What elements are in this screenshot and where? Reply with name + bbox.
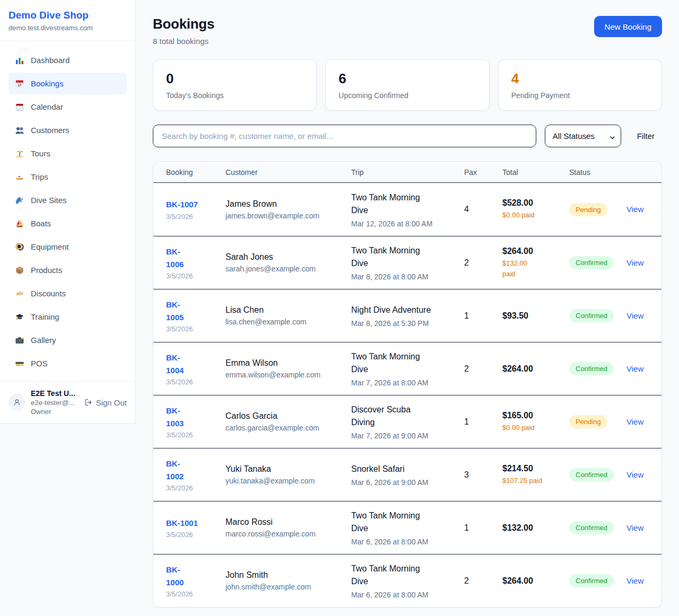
customer-name: Emma Wilson xyxy=(225,358,351,368)
total-amount: $264.00 xyxy=(502,364,569,374)
stat-value: 4 xyxy=(511,71,649,87)
table-row: BK- 10033/5/2026 Carlos Garciacarlos.gar… xyxy=(153,395,661,448)
booking-date: 3/5/2026 xyxy=(166,590,225,598)
stat-card-pending-payment: 4 Pending Payment xyxy=(498,59,662,111)
view-link[interactable]: View xyxy=(626,470,643,479)
sidebar-item-label: Bookings xyxy=(31,79,64,88)
customer-email: yuki.tanaka@example.com xyxy=(225,477,351,485)
sidebar-item-customers[interactable]: Customers xyxy=(8,119,127,141)
pax-count: 4 xyxy=(464,205,502,214)
view-link[interactable]: View xyxy=(626,417,643,426)
booking-date: 3/5/2026 xyxy=(166,325,225,333)
booking-id-link[interactable]: BK-1001 xyxy=(166,517,198,529)
booking-id-link[interactable]: BK- 1004 xyxy=(166,351,184,376)
table-row: BK-10073/5/2026 James Brownjames.brown@e… xyxy=(153,183,661,236)
sidebar-item-label: Discounts xyxy=(31,289,66,298)
pos-icon xyxy=(15,359,24,368)
sidebar-item-pos[interactable]: POS xyxy=(8,353,127,374)
total-amount: $132.00 xyxy=(502,523,569,533)
customer-email: carlos.garcia@example.com xyxy=(225,424,351,432)
new-booking-button[interactable]: New Booking xyxy=(594,16,662,37)
sidebar-item-calendar[interactable]: Calendar xyxy=(8,96,127,118)
view-link[interactable]: View xyxy=(626,205,643,214)
bookings-icon: 17 xyxy=(15,79,24,89)
view-link[interactable]: View xyxy=(626,364,643,373)
view-link[interactable]: View xyxy=(626,523,643,532)
column-header-booking: Booking xyxy=(166,168,225,177)
booking-id-link[interactable]: BK- 1005 xyxy=(166,298,184,323)
stat-label: Pending Payment xyxy=(511,91,649,100)
sidebar-item-tours[interactable]: Tours xyxy=(8,143,127,164)
pax-count: 2 xyxy=(464,364,502,374)
customer-email: james.brown@example.com xyxy=(225,212,351,220)
sidebar-item-trips[interactable]: Trips xyxy=(8,166,127,188)
stat-label: Today's Bookings xyxy=(166,91,303,100)
booking-id-link[interactable]: BK- 1002 xyxy=(166,457,184,482)
sidebar-item-training[interactable]: Training xyxy=(8,306,127,328)
dashboard-icon xyxy=(15,56,24,65)
table-row: BK- 10003/5/2026 John Smithjohn.smith@ex… xyxy=(153,554,661,607)
sidebar-item-equipment[interactable]: Equipment xyxy=(8,236,127,258)
svg-text:17: 17 xyxy=(18,83,22,86)
search-input[interactable] xyxy=(153,125,536,147)
total-amount: $264.00 xyxy=(502,247,569,256)
calendar-icon xyxy=(15,102,24,112)
column-header-pax: Pax xyxy=(464,168,502,177)
booking-id-link[interactable]: BK- 1003 xyxy=(166,404,184,429)
dive-sites-icon xyxy=(15,196,24,205)
view-link[interactable]: View xyxy=(626,258,643,267)
customer-name: Sarah Jones xyxy=(225,252,351,262)
customer-email: john.smith@example.com xyxy=(225,583,351,591)
sidebar-item-gallery[interactable]: Gallery xyxy=(8,329,127,351)
stat-value: 0 xyxy=(166,71,303,87)
table-row: BK- 10023/5/2026 Yuki Tanakayuki.tanaka@… xyxy=(153,448,661,501)
status-badge: Confirmed xyxy=(569,574,614,587)
booking-id-link[interactable]: BK- 1006 xyxy=(166,245,184,270)
sidebar-item-dashboard[interactable]: Dashboard xyxy=(8,49,127,71)
booking-date: 3/5/2026 xyxy=(166,213,225,221)
sidebar-nav: Dashboard 17 Bookings Calendar Customers… xyxy=(0,41,135,381)
trip-name: Two Tank Morning Dive xyxy=(351,350,464,376)
page-header: Bookings 8 total bookings New Booking xyxy=(153,16,662,46)
column-header-total: Total xyxy=(502,168,569,177)
pax-count: 1 xyxy=(464,311,502,321)
sidebar-item-label: Boats xyxy=(31,219,51,228)
booking-id-link[interactable]: BK-1007 xyxy=(166,198,198,210)
equipment-icon xyxy=(15,242,24,252)
filter-row: All Statuses Filter xyxy=(153,125,662,147)
boats-icon xyxy=(15,219,24,228)
trip-date: Mar 7, 2026 at 8:00 AM xyxy=(351,379,464,387)
trip-name: Two Tank Morning Dive xyxy=(351,562,464,588)
paid-amount: $107.25 paid xyxy=(502,476,569,486)
trip-date: Mar 12, 2026 at 8:00 AM xyxy=(351,219,464,228)
trip-date: Mar 6, 2026 at 8:00 AM xyxy=(351,591,464,599)
trip-date: Mar 8, 2026 at 8:00 AM xyxy=(351,272,464,281)
status-select[interactable]: All Statuses xyxy=(545,125,621,147)
stat-label: Upcoming Confirmed xyxy=(338,91,476,100)
user-role: Owner xyxy=(31,408,79,416)
training-icon xyxy=(15,312,24,322)
sign-out-button[interactable]: Sign Out xyxy=(84,398,127,407)
stat-card-upcoming-confirmed: 6 Upcoming Confirmed xyxy=(325,59,489,111)
total-amount: $93.50 xyxy=(502,311,569,321)
view-link[interactable]: View xyxy=(626,576,643,585)
total-amount: $264.00 xyxy=(502,576,569,586)
brand-name[interactable]: Demo Dive Shop xyxy=(8,10,127,21)
total-amount: $528.00 xyxy=(502,198,569,208)
bookings-table: Booking Customer Trip Pax Total Status B… xyxy=(153,161,662,608)
sidebar-item-dive-sites[interactable]: Dive Sites xyxy=(8,189,127,211)
sidebar-item-discounts[interactable]: Discounts xyxy=(8,283,127,304)
booking-id-link[interactable]: BK- 1000 xyxy=(166,564,184,588)
sidebar-item-boats[interactable]: Boats xyxy=(8,213,127,234)
customer-name: Marco Rossi xyxy=(225,517,351,527)
trip-name: Two Tank Morning Dive xyxy=(351,191,464,217)
sidebar-item-label: Tours xyxy=(31,149,50,158)
sign-out-label: Sign Out xyxy=(96,398,127,407)
page-subtitle: 8 total bookings xyxy=(153,37,214,46)
sidebar-item-label: Dive Sites xyxy=(31,196,67,205)
view-link[interactable]: View xyxy=(626,311,643,320)
sidebar-item-bookings[interactable]: 17 Bookings xyxy=(8,73,127,94)
paid-amount: $0.00 paid xyxy=(502,210,569,221)
sidebar-item-products[interactable]: Products xyxy=(8,259,127,281)
filter-button[interactable]: Filter xyxy=(630,131,662,140)
